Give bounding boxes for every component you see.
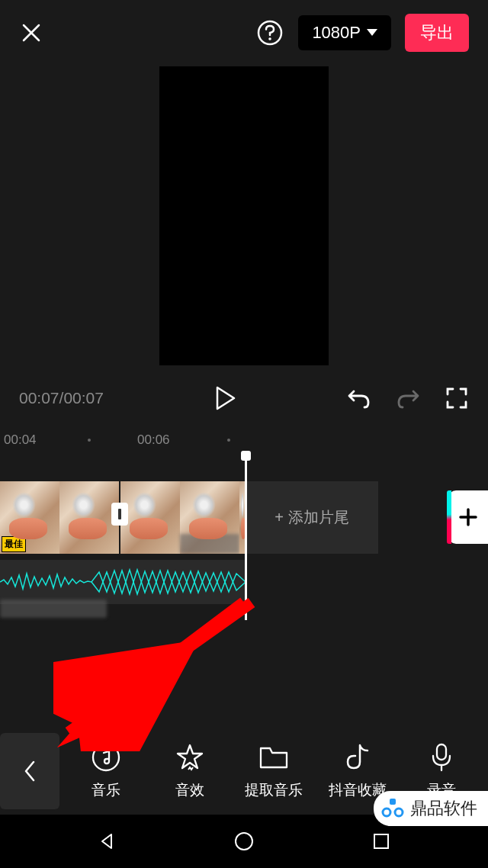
watermark-badge: 鼎品软件 — [374, 791, 488, 826]
resolution-selector[interactable]: 1080P — [298, 15, 391, 50]
microphone-icon — [426, 742, 457, 773]
svg-rect-5 — [374, 834, 388, 848]
chevron-down-icon — [367, 29, 377, 36]
close-button[interactable] — [19, 21, 43, 45]
play-button[interactable] — [213, 386, 237, 410]
audio-track[interactable] — [0, 560, 246, 604]
star-icon — [175, 742, 205, 773]
add-clip-button[interactable] — [448, 490, 488, 544]
watermark-logo-icon — [381, 797, 404, 820]
tool-douyin-favorites[interactable]: 抖音收藏 — [323, 742, 392, 800]
nav-back[interactable] — [95, 830, 118, 853]
music-icon — [91, 742, 121, 773]
preview-area — [0, 65, 488, 373]
clip-badge: 最佳 — [2, 536, 26, 552]
tool-music[interactable]: 音乐 — [72, 742, 140, 800]
help-icon[interactable] — [255, 18, 284, 47]
playhead[interactable] — [245, 452, 247, 620]
svg-rect-3 — [437, 744, 446, 760]
svg-point-7 — [383, 809, 390, 816]
timeline[interactable]: 00:04 00:06 最佳 + 添加片尾 — [0, 426, 488, 632]
tool-extract-music[interactable]: 提取音乐 — [239, 742, 308, 800]
timecode: 00:07/00:07 — [19, 389, 104, 407]
video-clip-2[interactable] — [120, 481, 246, 554]
fullscreen-button[interactable] — [445, 386, 469, 410]
add-ending-button[interactable]: + 添加片尾 — [246, 481, 378, 554]
toolbar-back-button[interactable] — [0, 733, 59, 809]
svg-point-2 — [93, 744, 119, 770]
undo-button[interactable] — [347, 386, 371, 410]
audio-label — [0, 600, 107, 618]
douyin-icon — [342, 742, 373, 773]
export-button[interactable]: 导出 — [405, 14, 469, 52]
svg-point-8 — [395, 809, 403, 816]
svg-point-4 — [236, 833, 252, 850]
timeline-ruler: 00:04 00:06 — [0, 426, 488, 452]
resolution-label: 1080P — [312, 23, 361, 43]
svg-point-1 — [269, 37, 272, 40]
redo-button — [396, 386, 420, 410]
plus-icon: + — [274, 509, 284, 526]
tool-sound-effect[interactable]: 音效 — [156, 742, 224, 800]
transition-button[interactable] — [111, 503, 128, 526]
video-clip-1[interactable]: 最佳 — [0, 481, 120, 554]
folder-icon — [258, 742, 289, 773]
video-preview[interactable] — [159, 66, 329, 365]
nav-recent[interactable] — [370, 830, 393, 853]
svg-rect-6 — [390, 799, 396, 805]
nav-home[interactable] — [233, 830, 255, 853]
